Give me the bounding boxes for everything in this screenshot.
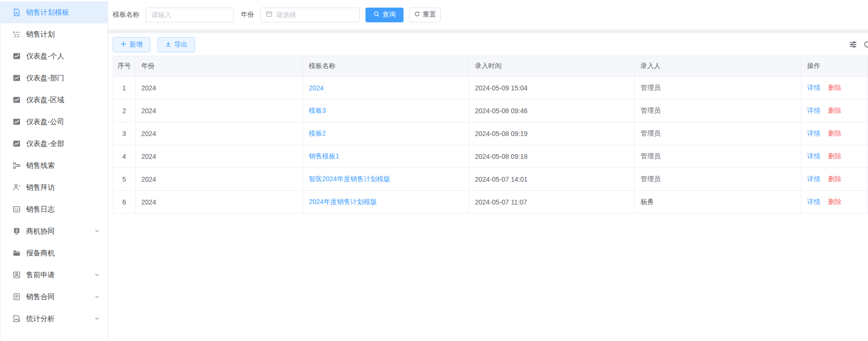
refresh-icon bbox=[414, 11, 420, 19]
detail-link[interactable]: 详情 bbox=[807, 129, 820, 137]
sidebar-item-dashboard-region[interactable]: 仪表盘-区域 bbox=[0, 89, 108, 111]
cell-time: 2024-05-07 11:07 bbox=[469, 191, 635, 214]
cell-year: 2024 bbox=[136, 168, 303, 191]
sidebar-item-reported-opportunity[interactable]: 报备商机 bbox=[0, 242, 108, 264]
sidebar-item-dashboard-all[interactable]: 仪表盘-全部 bbox=[0, 133, 108, 155]
detail-link[interactable]: 详情 bbox=[807, 84, 820, 91]
file-chart-icon bbox=[12, 8, 21, 17]
search-button-label: 查询 bbox=[383, 10, 396, 19]
person-icon bbox=[12, 183, 21, 192]
delete-link[interactable]: 删除 bbox=[828, 129, 841, 137]
sidebar-item-label: 售前申请 bbox=[26, 271, 55, 280]
search-button[interactable]: 查询 bbox=[365, 8, 404, 22]
refresh-icon[interactable] bbox=[863, 40, 868, 49]
search-icon bbox=[374, 11, 380, 19]
sidebar-item-sales-plan[interactable]: 销售计划 bbox=[0, 23, 108, 45]
template-name-link[interactable]: 智医2024年度销售计划模版 bbox=[309, 175, 390, 183]
detail-link[interactable]: 详情 bbox=[807, 175, 820, 183]
export-button[interactable]: 导出 bbox=[158, 37, 195, 52]
sidebar-item-sales-leads[interactable]: 销售线索 bbox=[0, 155, 108, 176]
person-card-icon bbox=[12, 271, 21, 279]
share-nodes-icon bbox=[12, 161, 21, 170]
reset-button[interactable]: 重置 bbox=[409, 8, 441, 22]
add-button[interactable]: 新增 bbox=[113, 37, 150, 52]
dashboard-icon bbox=[12, 139, 21, 148]
money-device-icon: $ bbox=[12, 227, 21, 235]
dashboard-icon bbox=[12, 52, 21, 60]
delete-link[interactable]: 删除 bbox=[828, 198, 841, 205]
column-settings-icon[interactable] bbox=[849, 40, 857, 49]
delete-link[interactable]: 删除 bbox=[828, 84, 841, 91]
sidebar-item-presales-request[interactable]: 售前申请 bbox=[0, 264, 108, 286]
stats-doc-icon bbox=[12, 314, 21, 323]
table-row: 5 2024 智医2024年度销售计划模版 2024-05-07 14:01 管… bbox=[113, 168, 868, 191]
sidebar-item-dashboard-company[interactable]: 仪表盘-公司 bbox=[0, 111, 108, 133]
journal-icon bbox=[12, 205, 21, 214]
column-header-name: 模板名称 bbox=[303, 56, 469, 77]
main-content: 模板名称 年份 查询 重置 bbox=[108, 0, 868, 341]
template-name-link[interactable]: 销售模板1 bbox=[309, 152, 339, 160]
cell-index: 2 bbox=[113, 99, 136, 122]
detail-link[interactable]: 详情 bbox=[807, 152, 820, 160]
delete-link[interactable]: 删除 bbox=[828, 107, 841, 114]
sidebar-item-label: 销售合同 bbox=[26, 292, 55, 302]
sidebar-item-opportunity-collab[interactable]: $ 商机协同 bbox=[0, 220, 108, 242]
cell-index: 1 bbox=[113, 77, 136, 99]
sidebar-item-label: 销售拜访 bbox=[26, 183, 55, 192]
sidebar-item-sales-contract[interactable]: 销售合同 bbox=[0, 286, 108, 308]
sidebar-item-sales-journal[interactable]: 销售日志 bbox=[0, 198, 108, 220]
table-row: 2 2024 模板3 2024-05-08 09:46 管理员 详情删除 bbox=[113, 99, 868, 122]
template-name-label: 模板名称 bbox=[113, 10, 139, 19]
column-header-time: 录入时间 bbox=[469, 56, 635, 77]
column-header-creator: 录入人 bbox=[635, 56, 801, 77]
column-header-index: 序号 bbox=[113, 56, 136, 77]
sidebar-item-sales-visits[interactable]: 销售拜访 bbox=[0, 176, 108, 198]
chevron-down-icon bbox=[94, 315, 100, 323]
column-header-actions: 操作 bbox=[801, 56, 868, 77]
cell-year: 2024 bbox=[136, 191, 303, 214]
sidebar-item-statistics[interactable]: 统计分析 bbox=[0, 308, 108, 330]
year-date-picker[interactable] bbox=[260, 8, 360, 22]
table-row: 3 2024 模板2 2024-05-08 09:19 管理员 详情删除 bbox=[113, 122, 868, 145]
year-input[interactable] bbox=[276, 11, 355, 19]
table-header-row: 序号 年份 模板名称 录入时间 录入人 操作 bbox=[113, 56, 868, 77]
cell-creator: 杨勇 bbox=[635, 191, 801, 214]
sidebar-item-label: 仪表盘-部门 bbox=[26, 74, 64, 83]
template-name-link[interactable]: 模板2 bbox=[309, 129, 326, 137]
dashboard-icon bbox=[12, 74, 21, 82]
cell-creator: 管理员 bbox=[635, 168, 801, 191]
sidebar-item-label: 商机协同 bbox=[26, 227, 55, 236]
template-name-link[interactable]: 模板3 bbox=[309, 107, 326, 114]
section-divider bbox=[108, 29, 868, 33]
sidebar-item-label: 仪表盘-区域 bbox=[26, 96, 64, 105]
list-tree-icon bbox=[12, 30, 21, 39]
detail-link[interactable]: 详情 bbox=[807, 198, 820, 205]
sidebar-item-label: 销售日志 bbox=[26, 205, 55, 214]
dashboard-icon bbox=[12, 96, 21, 104]
cell-creator: 管理员 bbox=[635, 99, 801, 122]
cell-time: 2024-05-08 09:19 bbox=[469, 122, 635, 145]
sidebar-item-dashboard-department[interactable]: 仪表盘-部门 bbox=[0, 67, 108, 89]
template-name-link[interactable]: 2024年度销售计划模版 bbox=[309, 198, 377, 205]
plus-icon bbox=[120, 41, 127, 49]
delete-link[interactable]: 删除 bbox=[828, 175, 841, 183]
chevron-down-icon bbox=[94, 227, 100, 235]
sidebar-item-label: 统计分析 bbox=[26, 314, 55, 323]
sidebar-item-label: 仪表盘-公司 bbox=[26, 117, 64, 127]
template-name-link[interactable]: 2024 bbox=[309, 84, 324, 92]
template-name-input[interactable] bbox=[146, 8, 234, 22]
cell-index: 3 bbox=[113, 122, 136, 145]
cell-time: 2024-05-08 09:18 bbox=[469, 145, 635, 168]
sidebar-item-sales-plan-template[interactable]: 销售计划模板 bbox=[0, 1, 108, 23]
detail-link[interactable]: 详情 bbox=[807, 107, 820, 114]
cell-creator: 管理员 bbox=[635, 145, 801, 168]
cell-creator: 管理员 bbox=[635, 77, 801, 99]
sidebar-item-label: 销售计划 bbox=[26, 30, 55, 39]
cell-index: 4 bbox=[113, 145, 136, 168]
delete-link[interactable]: 删除 bbox=[828, 152, 841, 160]
calendar-icon bbox=[266, 10, 276, 19]
sidebar-item-dashboard-personal[interactable]: 仪表盘-个人 bbox=[0, 45, 108, 67]
table-toolbar: 新增 导出 bbox=[108, 33, 868, 56]
template-table: 序号 年份 模板名称 录入时间 录入人 操作 1 2024 2024 2024-… bbox=[113, 56, 868, 214]
sidebar: 销售计划模板 销售计划 仪表盘-个人 仪表盘-部门 仪表盘-区域 bbox=[0, 0, 108, 341]
